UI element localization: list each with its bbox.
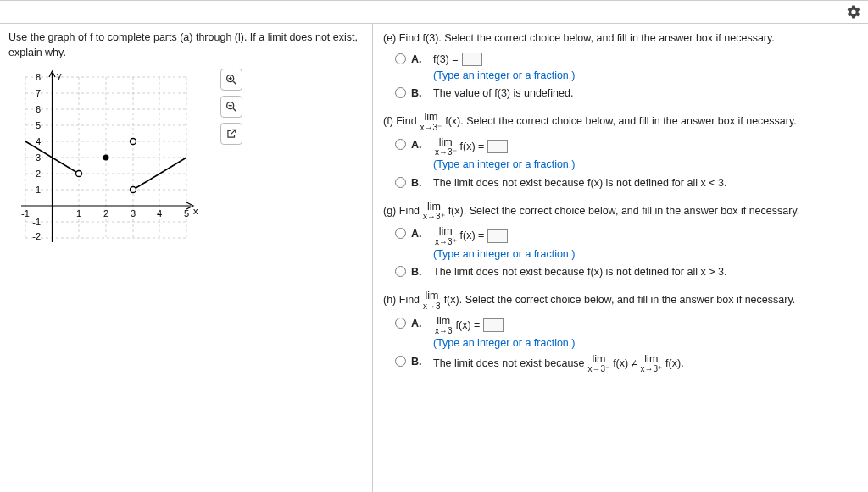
question-e-radio-b[interactable] [395, 87, 406, 98]
svg-text:1: 1 [36, 185, 41, 195]
option-label: B. [411, 175, 426, 191]
svg-text:-2: -2 [32, 231, 41, 241]
prompt-part: f(x). Select the correct choice below, a… [445, 113, 797, 130]
open-external-icon [225, 128, 237, 140]
option-label: A. [411, 316, 426, 332]
lim-sub: x→3 [423, 302, 441, 311]
instructions-text: Use the graph of f to complete parts (a)… [8, 30, 364, 60]
question-f-answer-input[interactable] [487, 140, 508, 153]
question-e: (e) Find f(3). Select the correct choice… [383, 30, 858, 102]
question-g-answer-input[interactable] [487, 229, 508, 243]
prompt-part: (h) Find [383, 292, 420, 308]
function-graph: y x 8 7 6 5 4 3 2 1 -1 -2 -1 1 2 [8, 69, 203, 255]
option-label: A. [411, 226, 426, 242]
question-h: (h) Find lim x→3 f(x). Select the correc… [383, 290, 858, 373]
option-label: B. [411, 354, 426, 370]
option-text: f(3) = [433, 52, 459, 68]
svg-text:2: 2 [103, 208, 108, 218]
question-f: (f) Find lim x→3⁻ f(x). Select the corre… [383, 112, 858, 191]
hint-text: (Type an integer or a fraction.) [433, 246, 858, 263]
limit-notation: lim x→3 [435, 316, 453, 336]
limit-notation: lim x→3⁺ [423, 202, 445, 222]
zoom-in-button[interactable] [220, 69, 242, 91]
option-label: A. [411, 137, 426, 153]
lim-text: lim [592, 354, 605, 365]
lim-sub: x→3⁻ [588, 365, 610, 373]
option-text: f(x) = [456, 318, 481, 334]
limit-notation: lim x→3⁺ [641, 354, 663, 374]
hint-text: (Type an integer or a fraction.) [433, 157, 858, 173]
question-g: (g) Find lim x→3⁺ f(x). Select the corre… [383, 202, 858, 281]
question-e-answer-input[interactable] [462, 53, 482, 66]
option-text: f(x). [665, 356, 684, 372]
prompt-part: f(x). Select the correct choice below, a… [448, 203, 800, 219]
option-text: f(x) = [460, 228, 485, 244]
question-f-radio-a[interactable] [395, 139, 406, 150]
svg-text:4: 4 [36, 136, 41, 146]
limit-notation: lim x→3⁻ [588, 354, 610, 374]
svg-text:3: 3 [131, 208, 136, 218]
zoom-in-icon [225, 73, 238, 86]
svg-text:8: 8 [36, 72, 41, 82]
lim-text: lim [425, 290, 438, 301]
prompt-part: f(x). Select the correct choice below, a… [444, 292, 796, 308]
svg-line-43 [233, 81, 236, 84]
svg-text:3: 3 [36, 152, 41, 163]
lim-text: lim [437, 316, 450, 327]
prompt-part: (f) Find [383, 113, 417, 130]
svg-point-38 [76, 171, 82, 177]
svg-point-41 [131, 187, 136, 193]
question-f-radio-b[interactable] [395, 177, 406, 188]
svg-line-47 [233, 108, 236, 111]
svg-point-39 [103, 155, 109, 161]
lim-text: lim [644, 354, 658, 365]
lim-text: lim [427, 202, 441, 213]
question-g-prompt: (g) Find lim x→3⁺ f(x). Select the corre… [383, 202, 858, 222]
open-external-button[interactable] [220, 123, 242, 145]
question-h-radio-a[interactable] [395, 318, 406, 329]
option-label: B. [411, 264, 426, 280]
prompt-part: (g) Find [383, 203, 420, 219]
zoom-out-button[interactable] [220, 96, 242, 118]
question-g-radio-a[interactable] [395, 228, 406, 239]
question-f-prompt: (f) Find lim x→3⁻ f(x). Select the corre… [383, 112, 858, 132]
limit-notation: lim x→3⁻ [435, 137, 457, 158]
option-text: f(x) = [460, 139, 485, 155]
lim-sub: x→3 [435, 327, 453, 335]
svg-text:7: 7 [36, 88, 41, 98]
svg-text:5: 5 [184, 208, 189, 218]
question-g-radio-b[interactable] [395, 266, 406, 277]
svg-text:-1: -1 [32, 217, 41, 227]
lim-sub: x→3⁺ [435, 238, 457, 246]
question-e-radio-a[interactable] [395, 53, 406, 64]
svg-text:6: 6 [36, 104, 41, 114]
hint-text: (Type an integer or a fraction.) [433, 335, 858, 351]
question-h-radio-b[interactable] [395, 356, 406, 367]
svg-text:-1: -1 [21, 208, 30, 218]
option-text: The limit does not exist because [433, 356, 585, 372]
question-h-answer-input[interactable] [483, 318, 504, 332]
hint-text: (Type an integer or a fraction.) [433, 68, 858, 84]
graph-area: y x 8 7 6 5 4 3 2 1 -1 -2 -1 1 2 [8, 69, 364, 257]
svg-text:y: y [57, 70, 62, 80]
gear-icon[interactable] [846, 4, 861, 19]
svg-text:1: 1 [76, 208, 81, 218]
lim-sub: x→3⁻ [435, 148, 457, 157]
option-label: B. [411, 86, 426, 102]
option-label: A. [411, 52, 426, 68]
lim-text: lim [439, 226, 453, 237]
svg-point-40 [131, 139, 136, 145]
svg-text:4: 4 [157, 208, 162, 218]
question-h-prompt: (h) Find lim x→3 f(x). Select the correc… [383, 290, 858, 311]
limit-notation: lim x→3⁻ [420, 112, 442, 132]
question-e-prompt: (e) Find f(3). Select the correct choice… [383, 30, 858, 47]
lim-sub: x→3⁻ [420, 124, 442, 132]
limit-notation: lim x→3⁺ [435, 226, 457, 246]
svg-text:2: 2 [36, 169, 41, 179]
lim-text: lim [439, 137, 453, 148]
limit-notation: lim x→3 [423, 290, 441, 311]
option-text: The limit does not exist because f(x) is… [433, 175, 858, 191]
svg-text:5: 5 [36, 120, 41, 130]
lim-text: lim [424, 112, 437, 123]
option-text: The value of f(3) is undefined. [433, 86, 858, 102]
